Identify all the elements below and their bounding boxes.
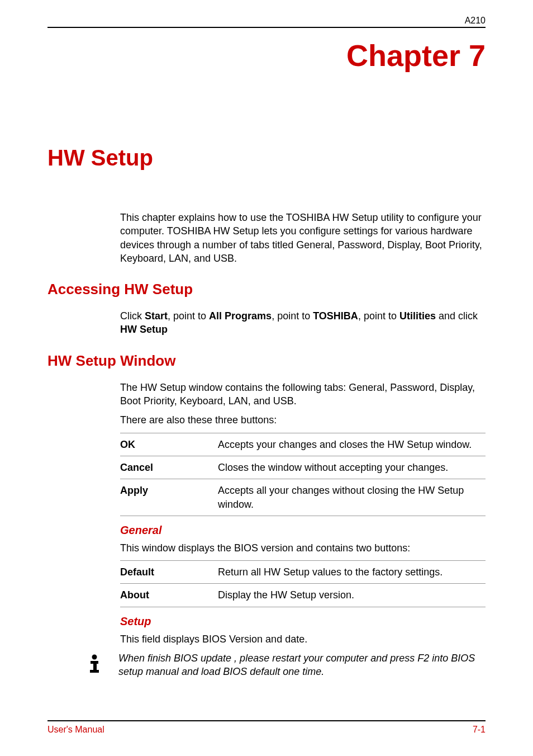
general-buttons-table: Default Return all HW Setup values to th… [120, 560, 486, 607]
table-row: Cancel Closes the window without accepti… [120, 456, 486, 479]
button-label-cell: Default [120, 561, 218, 584]
intro-paragraph: This chapter explains how to use the TOS… [120, 211, 486, 265]
button-label-cell: About [120, 584, 218, 607]
note-box: When finish BIOS update , please restart… [84, 651, 486, 679]
button-desc-cell: Closes the window without accepting your… [218, 456, 486, 479]
svg-point-0 [92, 655, 97, 660]
button-desc-cell: Accepts your changes and closes the HW S… [218, 433, 486, 456]
header-model-label: A210 [47, 16, 486, 26]
info-icon [84, 653, 105, 676]
table-row: About Display the HW Setup version. [120, 584, 486, 607]
start-label: Start [145, 310, 168, 322]
window-heading: HW Setup Window [47, 352, 486, 370]
hw-setup-label: HW Setup [120, 324, 168, 335]
all-programs-label: All Programs [209, 310, 272, 322]
note-text: When finish BIOS update , please restart… [118, 651, 486, 679]
table-row: OK Accepts your changes and closes the H… [120, 433, 486, 456]
footer-page-number: 7-1 [473, 725, 486, 735]
page-footer: User's Manual 7-1 [47, 720, 486, 735]
svg-rect-2 [93, 661, 97, 671]
window-buttons-table: OK Accepts your changes and closes the H… [120, 433, 486, 516]
table-row: Apply Accepts all your changes without c… [120, 479, 486, 516]
header-divider [47, 27, 486, 28]
text-segment: , point to [358, 310, 399, 322]
setup-text: This field displays BIOS Version and dat… [120, 632, 486, 646]
svg-rect-3 [90, 670, 99, 673]
accessing-heading: Accessing HW Setup [47, 281, 486, 298]
accessing-paragraph: Click Start, point to All Programs, poin… [120, 309, 486, 337]
window-para2: There are also these three buttons: [120, 413, 486, 427]
button-label-cell: Cancel [120, 456, 218, 479]
table-row: Default Return all HW Setup values to th… [120, 561, 486, 584]
page-title: HW Setup [47, 145, 486, 171]
button-label-cell: OK [120, 433, 218, 456]
footer-divider [47, 720, 486, 721]
chapter-title: Chapter 7 [47, 38, 486, 73]
button-label-cell: Apply [120, 479, 218, 516]
text-segment: and click [436, 310, 478, 322]
setup-heading: Setup [120, 615, 486, 628]
toshiba-label: TOSHIBA [313, 310, 358, 322]
button-desc-cell: Accepts all your changes without closing… [218, 479, 486, 516]
text-segment: Click [120, 310, 145, 322]
button-desc-cell: Display the HW Setup version. [218, 584, 486, 607]
footer-left-label: User's Manual [47, 725, 104, 735]
button-desc-cell: Return all HW Setup values to the factor… [218, 561, 486, 584]
general-intro: This window displays the BIOS version an… [120, 541, 486, 555]
window-para1: The HW Setup window contains the followi… [120, 381, 486, 408]
general-heading: General [120, 524, 486, 537]
text-segment: , point to [168, 310, 209, 322]
utilities-label: Utilities [399, 310, 436, 322]
text-segment: , point to [272, 310, 313, 322]
